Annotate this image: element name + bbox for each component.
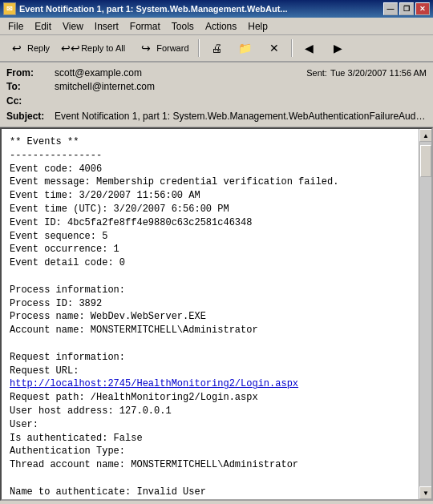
toolbar: ↩ Reply ↩↩ Reply to All ↪ Forward 🖨 📁 ✕ … [0,35,433,62]
email-body-line: Thread account name: MONSTERMITCHELL\Adm… [10,458,419,472]
email-body-line: Event occurrence: 1 [10,243,419,256]
email-body-line: Event sequence: 5 [10,230,419,244]
email-body-line: Name to authenticate: Invalid User [10,486,419,499]
email-body-line: Account name: MONSTERMITCHELL\Administra… [10,324,419,337]
menu-help[interactable]: Help [243,19,273,34]
move-button[interactable]: 📁 [232,37,259,59]
delete-button[interactable]: ✕ [261,37,288,59]
menu-tools[interactable]: Tools [167,19,199,34]
email-link[interactable]: http://localhost:2745/HealthMonitoring2/… [10,378,298,389]
email-body-line: User: [10,418,419,432]
reply-all-button[interactable]: ↩↩ Reply to All [57,37,131,59]
from-value: scott@example.com [55,67,142,79]
next-button[interactable]: ▶ [325,37,352,59]
menu-actions[interactable]: Actions [200,19,241,34]
email-body: ** Events **----------------Event code: … [2,129,431,499]
scrollbar-vertical[interactable]: ▲ ▼ [419,129,431,499]
to-value: smitchell@internet.com [55,81,427,92]
email-body-line: Request URL: [10,365,419,378]
reply-all-icon: ↩↩ [63,40,79,56]
email-body-line: ** Events ** [10,135,419,149]
menu-format[interactable]: Format [125,19,165,34]
menu-edit[interactable]: Edit [30,19,56,34]
prev-button[interactable]: ◀ [296,37,323,59]
app-icon: ✉ [3,2,16,15]
window-title: Event Notification 1, part 1: System.Web… [19,4,288,14]
restore-button[interactable]: ❐ [399,2,414,15]
title-bar: ✉ Event Notification 1, part 1: System.W… [0,0,433,18]
subject-value: Event Notification 1, part 1: System.Web… [55,111,427,122]
reply-icon: ↩ [9,40,25,56]
email-body-line: Event time (UTC): 3/20/2007 6:56:00 PM [10,203,419,216]
scroll-thumb[interactable] [420,145,431,177]
next-icon: ▶ [330,40,346,56]
print-button[interactable]: 🖨 [203,37,230,59]
toolbar-separator-1 [198,39,200,57]
email-body-line: Event code: 4006 [10,163,419,176]
delete-icon: ✕ [266,40,282,56]
to-label: To: [6,81,55,92]
toolbar-separator-2 [291,39,293,57]
email-body-line: Event time: 3/20/2007 11:56:00 AM [10,189,419,203]
email-body-line: Event detail code: 0 [10,256,419,270]
subject-label: Subject: [6,111,55,122]
sent-label: Sent: [306,68,327,78]
cc-label: Cc: [6,95,55,107]
email-body-wrapper: ** Events **----------------Event code: … [0,127,433,501]
from-label: From: [6,67,55,79]
email-body-line: User host address: 127.0.0.1 [10,405,419,418]
menu-view[interactable]: View [58,19,88,34]
email-body-line: Authentication Type: [10,445,419,458]
forward-icon: ↪ [138,40,154,56]
forward-button[interactable]: ↪ Forward [132,37,194,59]
sent-value: Tue 3/20/2007 11:56 AM [330,68,427,78]
close-button[interactable]: ✕ [415,2,430,15]
email-body-line: Request information: [10,351,419,365]
reply-button[interactable]: ↩ Reply [3,37,55,59]
print-icon: 🖨 [208,40,225,56]
email-body-line: Process name: WebDev.WebServer.EXE [10,310,419,324]
email-body-line: Request path: /HealthMonitoring2/Login.a… [10,391,419,405]
email-body-line: Is authenticated: False [10,432,419,446]
email-body-line: Process ID: 3892 [10,297,419,311]
minimize-button[interactable]: — [383,2,398,15]
email-body-line: Event ID: 4bc5fa2fe8ff4e9880c63c2581c463… [10,216,419,230]
email-header: From: scott@example.com Sent: Tue 3/20/2… [0,62,433,127]
scroll-up-arrow[interactable]: ▲ [419,129,432,142]
email-body-line: Event message: Membership credential ver… [10,175,419,189]
scroll-track[interactable] [419,142,431,486]
email-body-line: ---------------- [10,149,419,163]
move-icon: 📁 [237,40,253,56]
scroll-down-arrow[interactable]: ▼ [419,486,432,499]
email-body-line: Process information: [10,284,419,297]
menu-bar: File Edit View Insert Format Tools Actio… [0,18,433,35]
menu-file[interactable]: File [3,19,28,34]
prev-icon: ◀ [301,40,318,56]
menu-insert[interactable]: Insert [90,19,123,34]
